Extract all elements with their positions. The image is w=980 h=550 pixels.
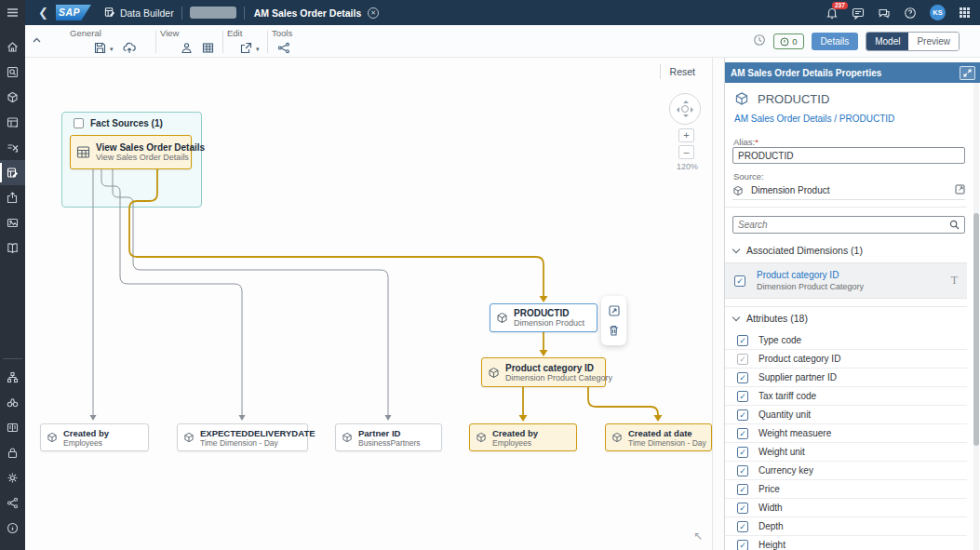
repository-search-icon[interactable] (0, 60, 25, 85)
pan-control[interactable] (669, 93, 701, 125)
validation-messages-button[interactable]: 0 (773, 34, 803, 49)
notifications-icon[interactable]: 237 (826, 7, 839, 20)
attribute-row[interactable]: Height (725, 536, 967, 550)
attribute-row[interactable]: Tax tariff code (725, 387, 967, 406)
info-icon[interactable] (0, 516, 25, 541)
save-menu-chevron[interactable]: ▾ (110, 46, 114, 53)
attribute-row[interactable]: Product category ID (725, 350, 967, 369)
attribute-checkbox[interactable] (737, 391, 748, 402)
attribute-checkbox[interactable] (737, 484, 748, 495)
attribute-checkbox[interactable] (737, 447, 748, 458)
delete-trash-icon[interactable] (609, 325, 619, 336)
attribute-checkbox[interactable] (737, 540, 748, 550)
attribute-row[interactable]: Weight unit (725, 443, 967, 462)
attribute-row[interactable]: Width (725, 499, 967, 517)
attribute-row[interactable]: Depth (725, 517, 967, 536)
associated-dimensions-section[interactable]: Associated Dimensions (1) (733, 245, 863, 256)
breadcrumb[interactable]: AM Sales Order Details / PRODUCTID (734, 114, 894, 124)
share-icon[interactable] (0, 490, 25, 516)
attribute-checkbox[interactable] (737, 372, 748, 383)
assistant-icon[interactable] (878, 7, 891, 20)
home-icon[interactable] (0, 34, 25, 60)
reset-layout-button[interactable]: Reset (670, 66, 695, 77)
attribute-checkbox[interactable] (737, 428, 748, 439)
feedback-icon[interactable] (852, 7, 865, 20)
node-view-sales-order-details[interactable]: View Sales Order Details View Sales Orde… (70, 135, 192, 169)
card-icon[interactable] (0, 415, 25, 440)
attribute-checkbox[interactable] (737, 521, 748, 532)
cube-icon[interactable] (0, 85, 25, 110)
scrollbar-thumb[interactable] (973, 213, 979, 446)
node-productid[interactable]: PRODUCTID Dimension Product (490, 303, 597, 332)
dimension-checkbox[interactable] (734, 275, 745, 287)
lock-icon[interactable] (0, 440, 25, 465)
hierarchy-icon[interactable] (0, 365, 25, 390)
navigator-arrow-icon[interactable]: ↖ (693, 530, 703, 543)
open-tab-title[interactable]: AM Sales Order Details (254, 7, 362, 19)
dimension-node[interactable]: Created at date Time Dimension - Day (605, 423, 712, 451)
history-clock-icon[interactable] (753, 34, 766, 50)
binoculars-icon[interactable] (0, 390, 25, 415)
zoom-in-button[interactable]: + (678, 128, 694, 142)
data-builder-icon[interactable] (0, 160, 25, 185)
attribute-row[interactable]: Type code (725, 331, 967, 350)
attributes-list: Type code Product category ID Supplier p… (725, 331, 967, 550)
attributes-section[interactable]: Attributes (18) (733, 313, 808, 324)
export-edit-icon[interactable] (240, 41, 252, 58)
attribute-row[interactable]: Supplier partner ID (725, 369, 967, 387)
back-button[interactable]: ❮ (38, 6, 48, 20)
chevron-down-icon (732, 313, 740, 320)
export-icon[interactable] (0, 185, 25, 210)
expand-panel-icon[interactable] (960, 66, 975, 80)
details-button[interactable]: Details (812, 33, 859, 50)
panel-scrollbar[interactable] (973, 83, 979, 550)
zoom-out-button[interactable]: – (678, 145, 694, 159)
shell-bar: ❮ SAP Data Builder AM Sales Order Detail… (25, 0, 980, 25)
persona-view-icon[interactable] (181, 41, 193, 58)
search-icon[interactable] (949, 220, 960, 230)
user-avatar[interactable]: KS (930, 5, 946, 20)
save-icon[interactable] (94, 41, 106, 58)
menu-icon[interactable] (0, 0, 25, 25)
deploy-icon[interactable] (123, 41, 136, 58)
app-grid-icon[interactable] (959, 7, 971, 19)
collapse-toolbar-icon[interactable] (33, 30, 41, 47)
transform-icon[interactable] (0, 135, 25, 160)
attribute-row[interactable]: Quantity unit (725, 406, 967, 424)
generate-network-icon[interactable] (277, 41, 290, 58)
book-icon[interactable] (0, 235, 25, 261)
attribute-checkbox[interactable] (737, 354, 748, 365)
help-icon[interactable] (904, 7, 917, 20)
attribute-row[interactable]: Currency key (725, 462, 967, 480)
source-row[interactable]: Dimension Product (732, 181, 965, 200)
search-input[interactable] (738, 220, 949, 230)
model-tab[interactable]: Model (866, 33, 908, 50)
data-preview-table-icon[interactable] (202, 41, 214, 58)
node-product-category-id[interactable]: Product category ID Dimension Product Ca… (481, 357, 606, 387)
close-tab-icon[interactable]: ✕ (368, 7, 379, 19)
alias-input[interactable] (732, 147, 965, 164)
selected-object-title: PRODUCTID (758, 92, 829, 106)
dimension-link[interactable]: Product category ID (757, 270, 864, 280)
associated-dimension-row[interactable]: Product category ID Dimension Product Ca… (725, 262, 967, 299)
attribute-row[interactable]: Price (725, 480, 967, 499)
table-builder-icon[interactable] (0, 110, 25, 135)
attribute-checkbox[interactable] (737, 409, 748, 421)
attribute-row[interactable]: Weight measuere (725, 424, 967, 443)
diagram-canvas[interactable]: Fact Sources (1) View (25, 58, 712, 550)
gear-icon[interactable] (0, 465, 25, 490)
dimension-node[interactable]: Partner ID BusinessPartners (335, 423, 442, 451)
preview-tab[interactable]: Preview (908, 33, 959, 50)
impact-analysis-icon[interactable] (609, 305, 620, 316)
open-source-icon[interactable] (955, 184, 965, 196)
dimension-node[interactable]: Created by Employees (469, 423, 577, 451)
attribute-checkbox[interactable] (737, 503, 748, 514)
attribute-checkbox[interactable] (737, 465, 748, 476)
edit-menu-chevron[interactable]: ▾ (256, 46, 260, 53)
app-name[interactable]: Data Builder (120, 7, 174, 19)
section-label: Attributes (18) (746, 313, 808, 324)
image-icon[interactable] (0, 210, 25, 235)
dimension-node[interactable]: EXPECTEDDELIVERYDATE Time Dimension - Da… (177, 423, 308, 451)
attribute-checkbox[interactable] (737, 335, 748, 346)
dimension-node[interactable]: Created by Employees (40, 423, 149, 451)
